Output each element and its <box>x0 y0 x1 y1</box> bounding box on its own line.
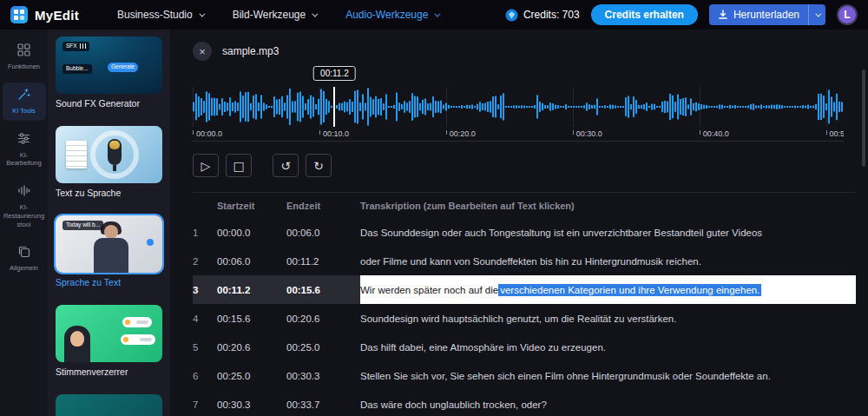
row-end-time[interactable]: 00:33.7 <box>286 399 360 410</box>
microphone-illustration <box>108 139 122 165</box>
transcript-text-plain: Sounddesign wird hauptsächlich genutzt, … <box>360 314 676 324</box>
redo-button[interactable]: ↻ <box>306 154 332 177</box>
row-start-time[interactable]: 00:06.0 <box>217 256 286 267</box>
tool-text-zu-sprache[interactable]: Text zu Sprache <box>56 126 162 199</box>
tick-label: 00:40.0 <box>703 129 729 138</box>
row-number: 2 <box>193 256 217 267</box>
download-caret-button[interactable] <box>808 4 825 25</box>
myedit-logo-text[interactable]: MyEdit <box>35 8 79 23</box>
sidebar-item-ki-restaurierungstool[interactable]: KI-Restaurierungstool <box>3 179 46 234</box>
transcript-text[interactable]: Das hilft dabei, eine Atmosphäre im Vide… <box>360 333 856 361</box>
tick-mark <box>700 130 700 135</box>
transcription-table: Startzeit Endzeit Transkription (zum Bea… <box>193 192 856 416</box>
table-body: 100:00.000:06.0Das Sounddesign oder auch… <box>193 218 856 416</box>
tool-item[interactable] <box>56 394 162 416</box>
row-end-time[interactable]: 00:06.0 <box>286 228 360 238</box>
get-credits-button[interactable]: Credits erhalten <box>591 4 698 25</box>
transcript-row-3[interactable]: 300:11.200:15.6Wir werden später noch au… <box>193 275 856 304</box>
tool-stimmenverzerrer[interactable]: Stimmenverzerrer <box>56 305 162 378</box>
app-root: MyEdit Business-StudioBild-WerkzeugeAudi… <box>0 0 868 416</box>
tick-mark <box>446 130 447 135</box>
transcript-text[interactable]: Das Sounddesign oder auch Tongestaltung … <box>360 218 856 247</box>
waveform-zone: 00:11.2 00:00.000:10.000:20.000:30.000:4… <box>193 87 844 142</box>
transcript-text[interactable]: Wir werden später noch auf die verschied… <box>360 275 856 304</box>
row-end-time[interactable]: 00:11.2 <box>286 256 360 267</box>
transcript-text[interactable]: Stellen Sie sich vor, Sie sehen sich ein… <box>360 361 856 390</box>
chevron-down-icon <box>815 10 821 17</box>
undo-button[interactable]: ↺ <box>273 154 299 177</box>
row-end-time[interactable]: 00:25.0 <box>286 342 360 353</box>
myedit-logo-icon[interactable] <box>10 6 28 23</box>
sidebar-item-allgemein[interactable]: Allgemein <box>3 240 46 278</box>
app-body: FunktionenKI ToolsKI-BearbeitungKI-Resta… <box>0 30 868 416</box>
tool-sprache-zu-text[interactable]: Today will b...Sprache zu Text <box>56 215 162 288</box>
transcript-row-4[interactable]: 400:15.600:20.6Sounddesign wird hauptsäc… <box>193 304 856 333</box>
nav-bild-werkzeuge[interactable]: Bild-Werkzeuge <box>233 9 316 21</box>
editor-main: × sample.mp3 00:11.2 00:00.000:10.000:20… <box>170 30 868 416</box>
row-end-time[interactable]: 00:30.3 <box>286 371 360 381</box>
transcript-text[interactable]: Sounddesign wird hauptsächlich genutzt, … <box>360 304 856 333</box>
tool-thumbnail-stimmenverzerrer[interactable] <box>56 305 162 362</box>
row-start-time[interactable]: 00:15.6 <box>217 314 286 324</box>
tool-thumbnail-item[interactable] <box>56 394 162 416</box>
caption-chip: Today will b... <box>62 221 103 230</box>
stop-button[interactable]: □ <box>226 154 252 177</box>
restore-icon <box>17 184 30 201</box>
transcript-text[interactable]: Das wäre doch unglaublich trocken, oder? <box>360 390 856 416</box>
timeline-ruler[interactable]: 00:00.000:10.000:20.000:30.000:40.000:50… <box>193 127 844 142</box>
tool-thumbnail-sound-fx-generator[interactable]: SFXBubble...Generate <box>56 36 162 94</box>
sidebar-item-funktionen[interactable]: Funktionen <box>3 38 46 76</box>
transport-controls: ▷□↺↻ <box>193 154 868 177</box>
transcript-row-1[interactable]: 100:00.000:06.0Das Sounddesign oder auch… <box>193 218 856 247</box>
avatar[interactable]: L <box>837 4 858 25</box>
sidebar-item-label: KI Tools <box>12 107 36 116</box>
row-start-time[interactable]: 00:25.0 <box>217 371 286 381</box>
transcript-text[interactable]: oder Filme und kann von Soundeffekten bi… <box>360 247 856 275</box>
row-end-time[interactable]: 00:20.6 <box>286 314 360 324</box>
credits-counter: Credits: 703 <box>505 9 580 22</box>
play-icon: ▷ <box>201 160 211 172</box>
transcript-row-7[interactable]: 700:30.300:33.7Das wäre doch unglaublich… <box>193 390 856 416</box>
file-name: sample.mp3 <box>222 45 279 57</box>
scrollbar-thumb[interactable] <box>862 69 865 167</box>
sidebar-item-ki-tools[interactable]: KI Tools <box>3 83 46 121</box>
tick-label: 00:50.0 <box>830 129 844 138</box>
tool-sound-fx-generator[interactable]: SFXBubble...GenerateSound FX Generator <box>56 36 162 109</box>
row-start-time[interactable]: 00:11.2 <box>217 285 286 295</box>
play-button[interactable]: ▷ <box>193 154 219 177</box>
logo[interactable]: MyEdit <box>10 6 79 23</box>
sfx-chip: SFX <box>62 42 89 51</box>
nav-audio-werkzeuge[interactable]: Audio-Werkzeuge <box>345 9 438 21</box>
row-number: 4 <box>193 314 217 324</box>
transcript-row-2[interactable]: 200:06.000:11.2oder Filme und kann von S… <box>193 247 856 275</box>
row-start-time[interactable]: 00:30.3 <box>217 399 286 410</box>
chevron-down-icon <box>199 10 205 17</box>
nav-label: Bild-Werkzeuge <box>233 9 306 21</box>
transcript-row-6[interactable]: 600:25.000:30.3Stellen Sie sich vor, Sie… <box>193 361 856 390</box>
row-start-time[interactable]: 00:20.6 <box>217 342 286 353</box>
col-startzeit: Startzeit <box>217 201 286 211</box>
download-button[interactable]: Herunterladen <box>709 4 808 25</box>
sidebar-item-ki-bearbeitung[interactable]: KI-Bearbeitung <box>3 127 46 174</box>
nav-business-studio[interactable]: Business-Studio <box>117 9 203 21</box>
transcript-row-5[interactable]: 500:20.600:25.0Das hilft dabei, eine Atm… <box>193 333 856 361</box>
presenter-head <box>104 225 118 239</box>
row-number: 5 <box>193 342 217 353</box>
tool-thumbnail-text-zu-sprache[interactable] <box>56 126 162 183</box>
row-start-time[interactable]: 00:00.0 <box>217 228 286 238</box>
grid-icon <box>17 43 30 60</box>
waveform[interactable] <box>193 87 844 127</box>
tool-thumbnail-sprache-zu-text[interactable]: Today will b... <box>56 215 162 273</box>
sliders-icon <box>17 132 30 149</box>
nav-label: Audio-Werkzeuge <box>345 9 428 21</box>
nav-label: Business-Studio <box>117 9 193 21</box>
download-label: Herunterladen <box>733 9 799 21</box>
download-split-button: Herunterladen <box>709 4 825 25</box>
playhead[interactable] <box>333 87 335 127</box>
tool-label: Sprache zu Text <box>56 277 162 288</box>
close-button[interactable]: × <box>193 42 212 61</box>
download-icon <box>718 10 728 20</box>
transcript-text-plain: Das wäre doch unglaublich trocken, oder? <box>360 399 547 410</box>
credits-label: Credits: 703 <box>523 9 580 21</box>
row-end-time[interactable]: 00:15.6 <box>286 285 360 295</box>
